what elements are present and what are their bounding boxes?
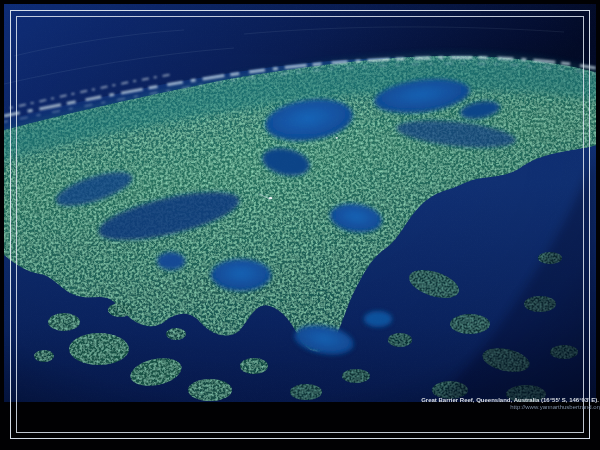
caption-location: Great Barrier Reef, Queensland, Australi… — [421, 397, 599, 404]
reef-photo — [4, 4, 596, 402]
caption: Great Barrier Reef, Queensland, Australi… — [421, 397, 599, 411]
caption-url: http://www.yannarthusbertrand.org — [421, 404, 600, 411]
